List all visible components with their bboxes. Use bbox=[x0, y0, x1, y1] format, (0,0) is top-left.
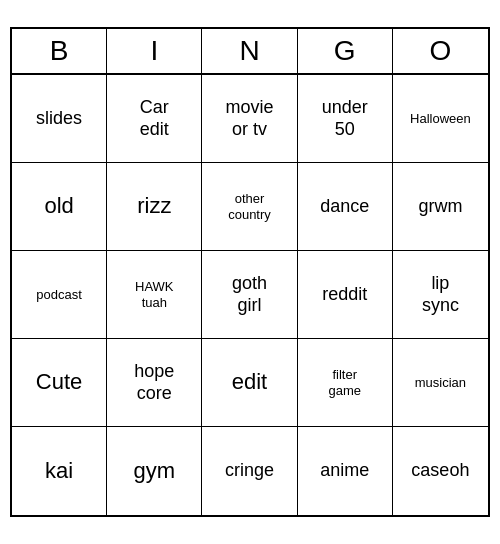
cell-text-12: goth girl bbox=[232, 273, 267, 316]
bingo-cell-5[interactable]: old bbox=[12, 163, 107, 251]
cell-text-23: anime bbox=[320, 460, 369, 482]
cell-text-9: grwm bbox=[418, 196, 462, 218]
bingo-grid: slidesCar editmovie or tvunder 50Hallowe… bbox=[12, 75, 488, 515]
cell-text-11: HAWK tuah bbox=[135, 279, 174, 310]
bingo-cell-7[interactable]: other country bbox=[202, 163, 297, 251]
bingo-header: BINGO bbox=[12, 29, 488, 75]
cell-text-24: caseoh bbox=[411, 460, 469, 482]
bingo-cell-12[interactable]: goth girl bbox=[202, 251, 297, 339]
cell-text-21: gym bbox=[134, 458, 176, 484]
header-letter-n: N bbox=[202, 29, 297, 73]
bingo-cell-13[interactable]: reddit bbox=[298, 251, 393, 339]
bingo-cell-23[interactable]: anime bbox=[298, 427, 393, 515]
bingo-cell-14[interactable]: lip sync bbox=[393, 251, 488, 339]
cell-text-10: podcast bbox=[36, 287, 82, 303]
header-letter-i: I bbox=[107, 29, 202, 73]
cell-text-20: kai bbox=[45, 458, 73, 484]
cell-text-14: lip sync bbox=[422, 273, 459, 316]
bingo-cell-3[interactable]: under 50 bbox=[298, 75, 393, 163]
cell-text-0: slides bbox=[36, 108, 82, 130]
cell-text-13: reddit bbox=[322, 284, 367, 306]
bingo-cell-10[interactable]: podcast bbox=[12, 251, 107, 339]
cell-text-1: Car edit bbox=[140, 97, 169, 140]
cell-text-2: movie or tv bbox=[225, 97, 273, 140]
cell-text-16: hope core bbox=[134, 361, 174, 404]
bingo-cell-19[interactable]: musician bbox=[393, 339, 488, 427]
header-letter-g: G bbox=[298, 29, 393, 73]
cell-text-6: rizz bbox=[137, 193, 171, 219]
bingo-cell-1[interactable]: Car edit bbox=[107, 75, 202, 163]
cell-text-22: cringe bbox=[225, 460, 274, 482]
cell-text-17: edit bbox=[232, 369, 267, 395]
cell-text-15: Cute bbox=[36, 369, 82, 395]
header-letter-b: B bbox=[12, 29, 107, 73]
bingo-cell-4[interactable]: Halloween bbox=[393, 75, 488, 163]
bingo-cell-6[interactable]: rizz bbox=[107, 163, 202, 251]
bingo-cell-16[interactable]: hope core bbox=[107, 339, 202, 427]
bingo-board: BINGO slidesCar editmovie or tvunder 50H… bbox=[10, 27, 490, 517]
bingo-cell-20[interactable]: kai bbox=[12, 427, 107, 515]
bingo-cell-18[interactable]: filter game bbox=[298, 339, 393, 427]
cell-text-8: dance bbox=[320, 196, 369, 218]
bingo-cell-22[interactable]: cringe bbox=[202, 427, 297, 515]
cell-text-19: musician bbox=[415, 375, 466, 391]
header-letter-o: O bbox=[393, 29, 488, 73]
cell-text-4: Halloween bbox=[410, 111, 471, 127]
bingo-cell-8[interactable]: dance bbox=[298, 163, 393, 251]
bingo-cell-24[interactable]: caseoh bbox=[393, 427, 488, 515]
bingo-cell-17[interactable]: edit bbox=[202, 339, 297, 427]
bingo-cell-2[interactable]: movie or tv bbox=[202, 75, 297, 163]
bingo-cell-0[interactable]: slides bbox=[12, 75, 107, 163]
cell-text-18: filter game bbox=[328, 367, 361, 398]
cell-text-3: under 50 bbox=[322, 97, 368, 140]
bingo-cell-21[interactable]: gym bbox=[107, 427, 202, 515]
bingo-cell-9[interactable]: grwm bbox=[393, 163, 488, 251]
bingo-cell-15[interactable]: Cute bbox=[12, 339, 107, 427]
cell-text-5: old bbox=[44, 193, 73, 219]
bingo-cell-11[interactable]: HAWK tuah bbox=[107, 251, 202, 339]
cell-text-7: other country bbox=[228, 191, 271, 222]
